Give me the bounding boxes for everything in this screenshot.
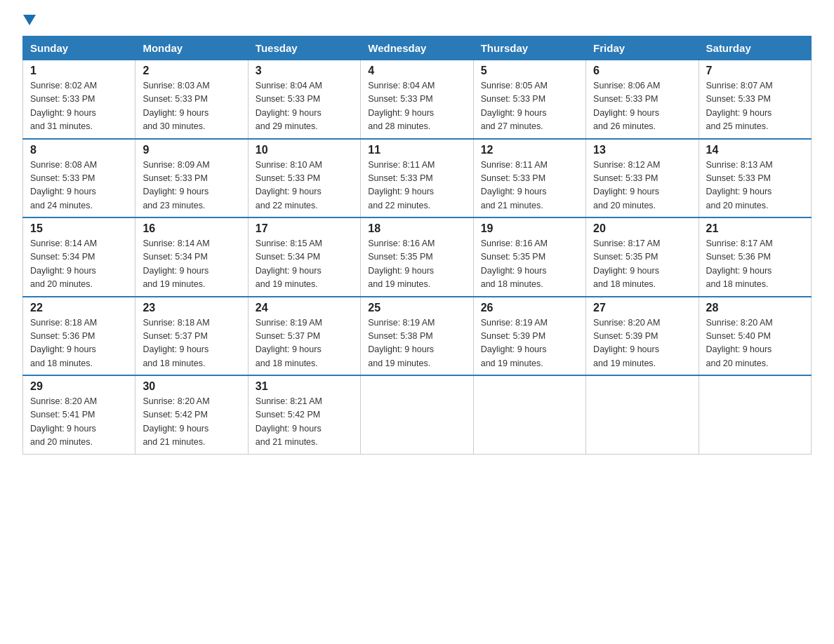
calendar-cell: 8 Sunrise: 8:08 AMSunset: 5:33 PMDayligh… <box>23 139 135 218</box>
weekday-header-monday: Monday <box>135 36 248 60</box>
day-number: 15 <box>30 222 128 235</box>
day-number: 30 <box>143 380 240 393</box>
day-info: Sunrise: 8:17 AMSunset: 5:35 PMDaylight:… <box>593 239 660 289</box>
calendar-cell <box>473 375 585 454</box>
day-number: 11 <box>368 144 465 156</box>
calendar-week-row: 8 Sunrise: 8:08 AMSunset: 5:33 PMDayligh… <box>23 139 812 218</box>
weekday-header-friday: Friday <box>586 36 699 60</box>
day-number: 23 <box>143 302 240 314</box>
calendar-cell: 15 Sunrise: 8:14 AMSunset: 5:34 PMDaylig… <box>23 217 135 297</box>
day-info: Sunrise: 8:04 AMSunset: 5:33 PMDaylight:… <box>256 81 322 131</box>
calendar-cell: 20 Sunrise: 8:17 AMSunset: 5:35 PMDaylig… <box>586 217 699 297</box>
day-info: Sunrise: 8:19 AMSunset: 5:39 PMDaylight:… <box>481 318 548 368</box>
day-info: Sunrise: 8:04 AMSunset: 5:33 PMDaylight:… <box>368 81 435 131</box>
day-info: Sunrise: 8:16 AMSunset: 5:35 PMDaylight:… <box>368 239 435 289</box>
day-number: 3 <box>256 65 353 77</box>
calendar-week-row: 22 Sunrise: 8:18 AMSunset: 5:36 PMDaylig… <box>23 297 812 376</box>
calendar-cell <box>699 375 811 454</box>
calendar-cell: 18 Sunrise: 8:16 AMSunset: 5:35 PMDaylig… <box>361 217 473 297</box>
day-info: Sunrise: 8:21 AMSunset: 5:42 PMDaylight:… <box>256 396 322 447</box>
day-number: 28 <box>706 302 804 314</box>
day-number: 1 <box>30 65 128 77</box>
day-number: 24 <box>256 302 353 314</box>
day-info: Sunrise: 8:12 AMSunset: 5:33 PMDaylight:… <box>593 160 660 210</box>
day-info: Sunrise: 8:18 AMSunset: 5:36 PMDaylight:… <box>30 318 97 368</box>
day-number: 29 <box>30 380 128 393</box>
weekday-header-saturday: Saturday <box>699 36 811 60</box>
calendar-cell: 2 Sunrise: 8:03 AMSunset: 5:33 PMDayligh… <box>135 60 248 139</box>
logo-triangle-icon <box>23 15 36 25</box>
calendar-cell: 27 Sunrise: 8:20 AMSunset: 5:39 PMDaylig… <box>586 297 699 376</box>
day-info: Sunrise: 8:03 AMSunset: 5:33 PMDaylight:… <box>143 81 209 131</box>
day-info: Sunrise: 8:20 AMSunset: 5:42 PMDaylight:… <box>143 396 209 447</box>
day-info: Sunrise: 8:10 AMSunset: 5:33 PMDaylight:… <box>256 160 322 210</box>
weekday-header-sunday: Sunday <box>23 36 135 60</box>
day-info: Sunrise: 8:13 AMSunset: 5:33 PMDaylight:… <box>706 160 773 210</box>
calendar-cell: 31 Sunrise: 8:21 AMSunset: 5:42 PMDaylig… <box>248 375 360 454</box>
day-info: Sunrise: 8:17 AMSunset: 5:36 PMDaylight:… <box>706 239 773 289</box>
day-number: 21 <box>706 222 804 235</box>
day-number: 18 <box>368 222 465 235</box>
day-info: Sunrise: 8:20 AMSunset: 5:41 PMDaylight:… <box>30 396 97 447</box>
calendar-cell: 10 Sunrise: 8:10 AMSunset: 5:33 PMDaylig… <box>248 139 360 218</box>
calendar-cell: 26 Sunrise: 8:19 AMSunset: 5:39 PMDaylig… <box>473 297 585 376</box>
calendar-cell: 6 Sunrise: 8:06 AMSunset: 5:33 PMDayligh… <box>586 60 699 139</box>
calendar-cell: 14 Sunrise: 8:13 AMSunset: 5:33 PMDaylig… <box>699 139 811 218</box>
day-info: Sunrise: 8:11 AMSunset: 5:33 PMDaylight:… <box>368 160 435 210</box>
day-number: 17 <box>256 222 353 235</box>
weekday-header-tuesday: Tuesday <box>248 36 360 60</box>
day-info: Sunrise: 8:08 AMSunset: 5:33 PMDaylight:… <box>30 160 97 210</box>
calendar-cell: 25 Sunrise: 8:19 AMSunset: 5:38 PMDaylig… <box>361 297 473 376</box>
calendar-cell: 1 Sunrise: 8:02 AMSunset: 5:33 PMDayligh… <box>23 60 135 139</box>
calendar-cell: 21 Sunrise: 8:17 AMSunset: 5:36 PMDaylig… <box>699 217 811 297</box>
day-number: 20 <box>593 222 691 235</box>
calendar-cell: 28 Sunrise: 8:20 AMSunset: 5:40 PMDaylig… <box>699 297 811 376</box>
day-number: 6 <box>593 65 691 77</box>
day-info: Sunrise: 8:14 AMSunset: 5:34 PMDaylight:… <box>143 239 209 289</box>
day-number: 4 <box>368 65 465 77</box>
calendar-cell: 12 Sunrise: 8:11 AMSunset: 5:33 PMDaylig… <box>473 139 585 218</box>
day-info: Sunrise: 8:07 AMSunset: 5:33 PMDaylight:… <box>706 81 773 131</box>
day-info: Sunrise: 8:06 AMSunset: 5:33 PMDaylight:… <box>593 81 660 131</box>
calendar-cell: 16 Sunrise: 8:14 AMSunset: 5:34 PMDaylig… <box>135 217 248 297</box>
weekday-header-wednesday: Wednesday <box>361 36 473 60</box>
calendar-cell: 13 Sunrise: 8:12 AMSunset: 5:33 PMDaylig… <box>586 139 699 218</box>
weekday-header-thursday: Thursday <box>473 36 585 60</box>
calendar-cell: 3 Sunrise: 8:04 AMSunset: 5:33 PMDayligh… <box>248 60 360 139</box>
calendar-cell <box>361 375 473 454</box>
calendar-cell: 30 Sunrise: 8:20 AMSunset: 5:42 PMDaylig… <box>135 375 248 454</box>
calendar-cell: 22 Sunrise: 8:18 AMSunset: 5:36 PMDaylig… <box>23 297 135 376</box>
weekday-header-row: SundayMondayTuesdayWednesdayThursdayFrid… <box>23 36 812 60</box>
day-info: Sunrise: 8:19 AMSunset: 5:38 PMDaylight:… <box>368 318 435 368</box>
day-info: Sunrise: 8:14 AMSunset: 5:34 PMDaylight:… <box>30 239 97 289</box>
day-number: 10 <box>256 144 353 156</box>
day-info: Sunrise: 8:19 AMSunset: 5:37 PMDaylight:… <box>256 318 322 368</box>
calendar-cell: 29 Sunrise: 8:20 AMSunset: 5:41 PMDaylig… <box>23 375 135 454</box>
day-info: Sunrise: 8:20 AMSunset: 5:39 PMDaylight:… <box>593 318 660 368</box>
day-info: Sunrise: 8:20 AMSunset: 5:40 PMDaylight:… <box>706 318 773 368</box>
calendar-cell: 11 Sunrise: 8:11 AMSunset: 5:33 PMDaylig… <box>361 139 473 218</box>
calendar-cell: 19 Sunrise: 8:16 AMSunset: 5:35 PMDaylig… <box>473 217 585 297</box>
day-number: 26 <box>481 302 578 314</box>
day-number: 14 <box>706 144 804 156</box>
day-number: 7 <box>706 65 804 77</box>
day-number: 16 <box>143 222 240 235</box>
day-info: Sunrise: 8:05 AMSunset: 5:33 PMDaylight:… <box>481 81 548 131</box>
day-info: Sunrise: 8:18 AMSunset: 5:37 PMDaylight:… <box>143 318 209 368</box>
day-number: 13 <box>593 144 691 156</box>
day-number: 27 <box>593 302 691 314</box>
calendar-table: SundayMondayTuesdayWednesdayThursdayFrid… <box>22 36 812 455</box>
calendar-cell: 5 Sunrise: 8:05 AMSunset: 5:33 PMDayligh… <box>473 60 585 139</box>
day-number: 8 <box>30 144 128 156</box>
calendar-cell: 17 Sunrise: 8:15 AMSunset: 5:34 PMDaylig… <box>248 217 360 297</box>
day-info: Sunrise: 8:15 AMSunset: 5:34 PMDaylight:… <box>256 239 322 289</box>
day-number: 12 <box>481 144 578 156</box>
day-number: 22 <box>30 302 128 314</box>
day-number: 2 <box>143 65 240 77</box>
calendar-cell: 9 Sunrise: 8:09 AMSunset: 5:33 PMDayligh… <box>135 139 248 218</box>
day-number: 31 <box>256 380 353 393</box>
calendar-week-row: 1 Sunrise: 8:02 AMSunset: 5:33 PMDayligh… <box>23 60 812 139</box>
calendar-week-row: 15 Sunrise: 8:14 AMSunset: 5:34 PMDaylig… <box>23 217 812 297</box>
calendar-week-row: 29 Sunrise: 8:20 AMSunset: 5:41 PMDaylig… <box>23 375 812 454</box>
calendar-cell: 24 Sunrise: 8:19 AMSunset: 5:37 PMDaylig… <box>248 297 360 376</box>
